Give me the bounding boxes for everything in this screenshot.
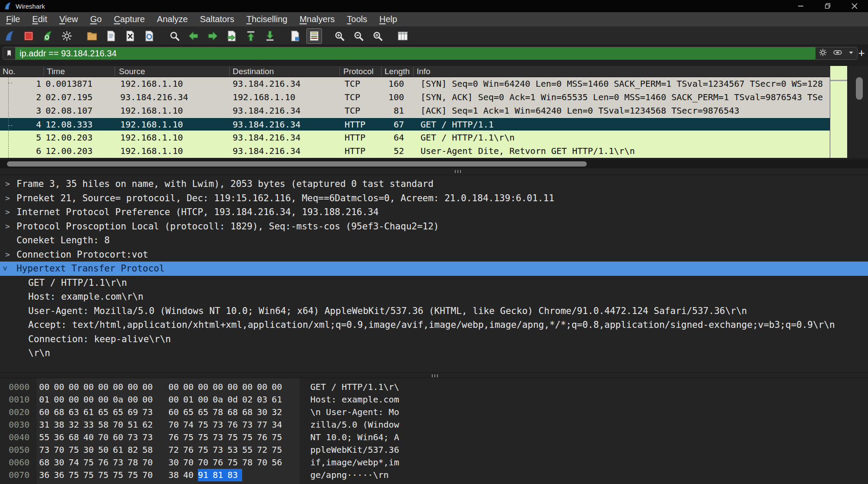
hex-byte[interactable]: 30: [83, 444, 98, 456]
hex-byte[interactable]: 76: [168, 431, 183, 444]
hex-byte[interactable]: 38: [168, 469, 183, 481]
filter-dropdown-icon[interactable]: [848, 49, 855, 58]
packet-list-minimap[interactable]: [830, 66, 847, 158]
hex-byte[interactable]: 65: [98, 406, 113, 419]
hex-byte[interactable]: 75: [198, 444, 213, 456]
hex-byte[interactable]: 75: [198, 431, 213, 444]
hex-splitter[interactable]: [0, 372, 868, 378]
hex-byte[interactable]: 75: [83, 456, 98, 469]
hex-byte[interactable]: 75: [272, 431, 286, 444]
vertical-scrollbar-thumb[interactable]: [856, 77, 863, 100]
hex-byte[interactable]: 73: [242, 419, 257, 431]
hex-byte[interactable]: 65: [183, 406, 198, 419]
hex-byte[interactable]: 60: [39, 406, 54, 419]
menu-view[interactable]: View: [53, 12, 84, 27]
detail-line[interactable]: \r\n: [0, 346, 868, 360]
hex-byte[interactable]: 02: [242, 393, 257, 406]
detail-line[interactable]: >Connection Protocort:vot: [0, 248, 868, 262]
hex-byte[interactable]: 00: [142, 393, 157, 406]
hex-byte[interactable]: 75: [183, 431, 198, 444]
menu-capture[interactable]: Capture: [108, 12, 151, 27]
expand-icon[interactable]: >: [5, 177, 10, 191]
hex-byte[interactable]: 82: [128, 444, 142, 456]
hex-byte[interactable]: 55: [39, 431, 54, 444]
hex-byte[interactable]: 0a: [213, 393, 227, 406]
hex-ascii[interactable]: Host: example.com: [310, 393, 399, 406]
expand-icon[interactable]: >: [5, 191, 10, 206]
open-file-button[interactable]: [84, 28, 100, 44]
column-separator[interactable]: [413, 67, 414, 76]
detail-line[interactable]: >Hypertext Transfer Protocol: [0, 262, 868, 276]
details-splitter[interactable]: [0, 168, 868, 175]
hex-byte[interactable]: 00: [69, 393, 83, 406]
hex-ascii[interactable]: zilla/5.0 (Window: [310, 419, 399, 431]
detail-line[interactable]: >Protocol Proscoption Local (protocoll: …: [0, 219, 868, 234]
hex-byte[interactable]: 74: [69, 456, 83, 469]
column-separator[interactable]: [43, 67, 44, 76]
packet-row-6[interactable]: 612.00.203192.168.1.1093.184.216.34HTTP5…: [0, 144, 830, 158]
hex-byte[interactable]: 38: [54, 419, 69, 431]
hex-byte[interactable]: 76: [213, 456, 227, 469]
hex-byte[interactable]: 00: [69, 381, 83, 393]
collapse-icon[interactable]: >: [0, 266, 12, 271]
stop-capture-button[interactable]: [21, 28, 36, 44]
hex-byte[interactable]: 75: [242, 431, 257, 444]
hex-byte[interactable]: 77: [257, 419, 272, 431]
hex-byte[interactable]: 68: [39, 456, 54, 469]
restore-button[interactable]: [814, 0, 841, 12]
hex-byte[interactable]: 00: [54, 381, 69, 393]
hex-byte[interactable]: 51: [128, 419, 142, 431]
go-forward-button[interactable]: [205, 28, 220, 44]
auto-scroll-button[interactable]: [306, 28, 322, 44]
hex-byte[interactable]: 70: [168, 419, 183, 431]
hex-byte[interactable]: 76: [183, 444, 198, 456]
resize-columns-button[interactable]: [395, 28, 411, 44]
hex-byte[interactable]: 75: [198, 419, 213, 431]
menu-edit[interactable]: Edit: [26, 12, 53, 27]
hex-byte[interactable]: 72: [168, 444, 183, 456]
zoom-out-button[interactable]: [351, 28, 366, 44]
hex-byte[interactable]: 50: [98, 444, 113, 456]
hex-byte[interactable]: 00: [257, 381, 272, 393]
hex-byte[interactable]: 75: [69, 469, 83, 481]
display-filter-input[interactable]: ip.addr == 93.184.216.34: [3, 47, 858, 60]
hex-byte[interactable]: 70: [54, 444, 69, 456]
detail-line[interactable]: User-Agent: Mozilla/5.0 (Windows NT 10.0…: [0, 304, 868, 318]
filter-bookmark-icon[interactable]: [3, 47, 15, 59]
menu-thciselling[interactable]: Thciselling: [240, 12, 293, 27]
add-filter-button[interactable]: +: [856, 46, 867, 60]
hex-byte[interactable]: 76: [257, 431, 272, 444]
zoom-normal-button[interactable]: [370, 28, 385, 44]
hex-byte[interactable]: 68: [242, 406, 257, 419]
hex-byte[interactable]: 68: [54, 406, 69, 419]
close-button[interactable]: [841, 0, 868, 12]
hex-byte[interactable]: 61: [272, 393, 286, 406]
hex-byte[interactable]: 03: [257, 393, 272, 406]
hex-byte[interactable]: 40: [183, 469, 198, 481]
column-header-protocol[interactable]: Protocol: [343, 66, 374, 77]
hex-byte[interactable]: 65: [113, 406, 128, 419]
menu-analyze[interactable]: Analyze: [151, 12, 194, 27]
hex-byte[interactable]: 63: [69, 406, 83, 419]
expand-icon[interactable]: >: [5, 248, 10, 262]
detail-line[interactable]: >Frame 3, 35 hiles on name, with Lwim), …: [0, 177, 868, 191]
hex-byte[interactable]: 00: [128, 393, 142, 406]
minimize-button[interactable]: [787, 0, 814, 12]
hex-byte[interactable]: 31: [39, 419, 54, 431]
menu-help[interactable]: Help: [373, 12, 403, 27]
hex-byte[interactable]: 83: [227, 469, 242, 481]
hex-byte[interactable]: 00: [242, 381, 257, 393]
hex-byte[interactable]: 73: [128, 431, 142, 444]
hex-byte[interactable]: 00: [213, 381, 227, 393]
hex-byte[interactable]: 36: [54, 469, 69, 481]
hex-byte[interactable]: 33: [83, 419, 98, 431]
hex-byte[interactable]: 32: [69, 419, 83, 431]
hex-byte[interactable]: 30: [168, 456, 183, 469]
hex-byte[interactable]: 00: [113, 381, 128, 393]
hex-byte[interactable]: 70: [98, 431, 113, 444]
hex-byte[interactable]: 70: [142, 456, 157, 469]
column-header-source[interactable]: Source: [119, 66, 145, 77]
hex-byte[interactable]: 75: [83, 469, 98, 481]
save-file-button[interactable]: [103, 28, 119, 44]
detail-line[interactable]: GET / HTTP/1.1\r\n: [0, 276, 868, 290]
